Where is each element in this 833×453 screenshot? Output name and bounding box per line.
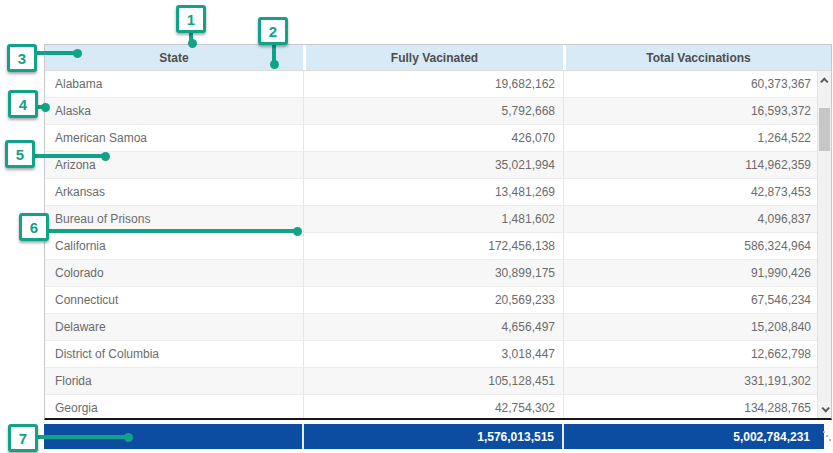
fully-vaccinated-cell: 426,070 [303,125,563,151]
callout-6-connector [47,229,297,233]
fully-vaccinated-cell: 5,792,668 [303,98,563,124]
total-vaccinations-cell: 586,324,964 [563,233,831,259]
table-row[interactable]: Colorado 30,899,175 91,990,426 [45,260,831,287]
fully-vaccinated-cell: 20,569,233 [303,287,563,313]
table-row[interactable]: California 172,456,138 586,324,964 [45,233,831,260]
callout-7: 7 [8,424,38,452]
scroll-down-button[interactable] [818,401,832,416]
state-cell: Delaware [45,314,303,340]
total-vaccinations-cell: 1,264,522 [563,125,831,151]
table-row[interactable]: Alabama 19,682,162 60,373,367 [45,71,831,98]
total-vaccinations-cell: 15,208,840 [563,314,831,340]
chevron-up-icon [820,77,828,85]
fully-vaccinated-cell: 172,456,138 [303,233,563,259]
total-vaccinations-cell: 91,990,426 [563,260,831,286]
callout-4-dot [41,103,50,112]
total-vaccinations-cell: 4,096,837 [563,206,831,232]
fully-vaccinated-cell: 4,656,497 [303,314,563,340]
callout-3-connector [35,51,77,55]
fully-vaccinated-cell: 3,018,447 [303,341,563,367]
state-cell: Arkansas [45,179,303,205]
total-vaccinations-cell: 16,593,372 [563,98,831,124]
scrollbar-thumb[interactable] [819,108,830,151]
fully-vaccinated-cell: 19,682,162 [303,71,563,97]
total-vaccinations-cell: 60,373,367 [563,71,831,97]
callout-6: 6 [19,213,49,241]
state-cell: Connecticut [45,287,303,313]
total-vaccinations-cell: 114,962,359 [563,152,831,178]
total-vaccinations-cell: 331,191,302 [563,368,831,394]
callout-3-dot [73,49,82,58]
drag-grip-icon[interactable] [822,428,832,444]
table-row[interactable]: Alaska 5,792,668 16,593,372 [45,98,831,125]
fully-vaccinated-cell: 1,481,602 [303,206,563,232]
total-vaccinations-cell: 12,662,798 [563,341,831,367]
summary-total-vaccinations-cell: 5,002,784,231 [562,424,824,449]
callout-5-connector [33,154,105,158]
callout-7-connector [36,435,128,439]
callout-2: 2 [258,17,288,45]
table-row[interactable]: American Samoa 426,070 1,264,522 [45,125,831,152]
summary-fully-vaccinated-cell: 1,576,013,515 [302,424,562,449]
callout-2-dot [270,60,279,69]
total-vaccinations-cell: 134,288,765 [563,395,831,418]
state-cell: Florida [45,368,303,394]
column-header-total-vaccinations[interactable]: Total Vaccinations [563,45,831,70]
scroll-up-button[interactable] [818,73,832,88]
callout-3: 3 [7,44,37,72]
screenshot-root: State Fully Vacinated Total Vaccinations… [0,0,833,453]
chevron-down-icon [821,404,829,412]
fully-vaccinated-cell: 42,754,302 [303,395,563,418]
callout-6-dot [293,227,302,236]
table-row[interactable]: Arkansas 13,481,269 42,873,453 [45,179,831,206]
state-cell: California [45,233,303,259]
table-summary-row: 1,576,013,515 5,002,784,231 [44,424,824,449]
total-vaccinations-cell: 42,873,453 [563,179,831,205]
table-row[interactable]: Connecticut 20,569,233 67,546,234 [45,287,831,314]
callout-1: 1 [176,5,206,33]
state-cell: Alabama [45,71,303,97]
table-row[interactable]: Florida 105,128,451 331,191,302 [45,368,831,395]
table-row[interactable]: Delaware 4,656,497 15,208,840 [45,314,831,341]
state-cell: District of Columbia [45,341,303,367]
table-row[interactable]: District of Columbia 3,018,447 12,662,79… [45,341,831,368]
column-header-state[interactable]: State [45,45,303,70]
column-header-fully-vaccinated[interactable]: Fully Vacinated [303,45,563,70]
state-cell: Colorado [45,260,303,286]
callout-7-dot [124,433,133,442]
table-header-row: State Fully Vacinated Total Vaccinations [45,45,831,71]
callout-5: 5 [5,140,35,168]
fully-vaccinated-cell: 30,899,175 [303,260,563,286]
vaccination-table-widget: State Fully Vacinated Total Vaccinations… [44,44,832,449]
vertical-scrollbar[interactable] [817,71,831,418]
callout-5-dot [101,152,110,161]
callout-4: 4 [8,90,38,118]
table-row[interactable]: Arizona 35,021,994 114,962,359 [45,152,831,179]
state-cell: Georgia [45,395,303,418]
table-row[interactable]: Georgia 42,754,302 134,288,765 [45,395,831,418]
state-cell: American Samoa [45,125,303,151]
table-body: Alabama 19,682,162 60,373,367 Alaska 5,7… [45,71,831,418]
fully-vaccinated-cell: 35,021,994 [303,152,563,178]
callout-1-dot [188,39,197,48]
total-vaccinations-cell: 67,546,234 [563,287,831,313]
state-cell: Alaska [45,98,303,124]
fully-vaccinated-cell: 13,481,269 [303,179,563,205]
fully-vaccinated-cell: 105,128,451 [303,368,563,394]
